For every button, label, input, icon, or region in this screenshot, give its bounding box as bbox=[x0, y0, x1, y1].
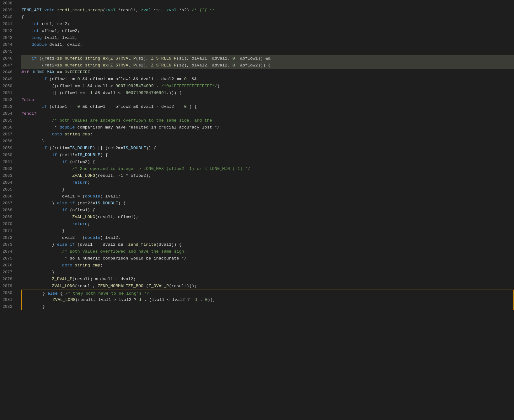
code-line: } bbox=[21, 303, 514, 310]
code-line: if (oflow1 != 0 && oflow1 == oflow2 && d… bbox=[21, 76, 514, 83]
code-line: /* both values are integers overflown to… bbox=[21, 117, 514, 124]
code-line: } bbox=[21, 186, 514, 193]
line-number: 2068 bbox=[3, 207, 12, 214]
line-number: 2074 bbox=[3, 248, 12, 255]
code-line: } else { /* they both have to be long's … bbox=[21, 290, 514, 297]
line-number: 2061 bbox=[3, 159, 12, 165]
line-number: 2082 bbox=[3, 303, 12, 310]
code-line: long lval1, lval2; bbox=[21, 34, 514, 41]
code-line bbox=[21, 48, 514, 55]
line-number: 2069 bbox=[3, 214, 12, 221]
code-line: dval1 = (double) lval1; bbox=[21, 193, 514, 200]
code-line: if ((ret1=is_numeric_string_ex(Z_STRVAL_… bbox=[21, 55, 514, 62]
line-number: 2077 bbox=[3, 269, 12, 276]
code-line: || (oflow1 == -1 && dval1 < -90071992547… bbox=[21, 90, 514, 97]
code-line: ZVAL_LONG(result, ZEND_NORMALIZE_BOOL(Z_… bbox=[21, 283, 514, 290]
line-number: 2062 bbox=[3, 165, 12, 172]
code-line bbox=[21, 0, 514, 7]
code-line: dval2 = (double) lval2; bbox=[21, 234, 514, 241]
code-line: if (ret1!=IS_DOUBLE) { bbox=[21, 152, 514, 159]
code-line: int ret1, ret2; bbox=[21, 21, 514, 28]
line-number: 2038 bbox=[3, 0, 12, 7]
code-line: return; bbox=[21, 221, 514, 228]
line-number: 2064 bbox=[3, 179, 12, 186]
line-number-gutter: 2038203920402041204220432044204520462047… bbox=[0, 0, 16, 420]
code-line: Z_DVAL_P(result) = dval1 - dval2; bbox=[21, 276, 514, 283]
line-number: 2051 bbox=[3, 90, 12, 97]
code-line: goto string_cmp; bbox=[21, 262, 514, 269]
line-number: 2050 bbox=[3, 83, 12, 90]
line-number: 2049 bbox=[3, 76, 12, 83]
line-number: 2080 bbox=[3, 290, 12, 297]
line-number: 2070 bbox=[3, 221, 12, 228]
line-number: 2057 bbox=[3, 131, 12, 138]
line-number: 2065 bbox=[3, 186, 12, 193]
code-line: #else bbox=[21, 97, 514, 103]
line-number: 2067 bbox=[3, 200, 12, 207]
code-line: #if ULONG_MAX == 0xFFFFFFFF bbox=[21, 69, 514, 76]
line-number: 2045 bbox=[3, 48, 12, 55]
code-line: { bbox=[21, 14, 514, 21]
line-number: 2059 bbox=[3, 145, 12, 152]
code-line: ((oflow1 == 1 && dval1 > 900719925474099… bbox=[21, 83, 514, 90]
line-number: 2054 bbox=[3, 110, 12, 117]
code-line: double dval1, dval2; bbox=[21, 41, 514, 48]
line-number: 2058 bbox=[3, 138, 12, 145]
line-number: 2041 bbox=[3, 21, 12, 28]
line-number: 2044 bbox=[3, 41, 12, 48]
line-number: 2053 bbox=[3, 103, 12, 110]
code-line: ZVAL_LONG(result, lval1 > lval2 ? 1 : (l… bbox=[21, 297, 514, 303]
line-number: 2078 bbox=[3, 276, 12, 283]
code-editor: 2038203920402041204220432044204520462047… bbox=[0, 0, 514, 420]
line-number: 2071 bbox=[3, 228, 12, 234]
line-number: 2066 bbox=[3, 193, 12, 200]
line-number: 2060 bbox=[3, 152, 12, 159]
line-number: 2048 bbox=[3, 69, 12, 76]
code-line: ZVAL_LONG(result, oflow1); bbox=[21, 214, 514, 221]
line-number: 2046 bbox=[3, 55, 12, 62]
line-number: 2047 bbox=[3, 62, 12, 69]
line-number: 2043 bbox=[3, 34, 12, 41]
code-line: if (oflow2) { bbox=[21, 159, 514, 165]
code-line: } bbox=[21, 228, 514, 234]
code-line: } bbox=[21, 269, 514, 276]
code-line: } else if (ret2!=IS_DOUBLE) { bbox=[21, 200, 514, 207]
code-line: /* 2nd operand is integer > LONG_MAX (of… bbox=[21, 165, 514, 172]
code-line: #endif bbox=[21, 110, 514, 117]
code-line: * double comparison may have resulted in… bbox=[21, 124, 514, 131]
line-number: 2055 bbox=[3, 117, 12, 124]
code-line: goto string_cmp; bbox=[21, 131, 514, 138]
line-number: 2056 bbox=[3, 124, 12, 131]
code-line: if (oflow1 != 0 && oflow1 == oflow2 && d… bbox=[21, 103, 514, 110]
line-number: 2073 bbox=[3, 241, 12, 248]
line-number: 2052 bbox=[3, 97, 12, 103]
code-line: if ((ret1==IS_DOUBLE) || (ret2==IS_DOUBL… bbox=[21, 145, 514, 152]
code-line: int oflow1, oflow2; bbox=[21, 28, 514, 34]
code-line: if (oflow1) { bbox=[21, 207, 514, 214]
code-line: /* Both values overflowed and have the s… bbox=[21, 248, 514, 255]
line-number: 2075 bbox=[3, 255, 12, 262]
line-number: 2042 bbox=[3, 28, 12, 34]
code-line: } else if (dval1 == dval2 && !zend_finit… bbox=[21, 241, 514, 248]
line-number: 2081 bbox=[3, 297, 12, 303]
line-number: 2063 bbox=[3, 172, 12, 179]
line-number: 2040 bbox=[3, 14, 12, 21]
line-number: 2079 bbox=[3, 283, 12, 290]
code-line: return; bbox=[21, 179, 514, 186]
code-line: * so a numeric comparison would be inacc… bbox=[21, 255, 514, 262]
code-content: ZEND_API void zendi_smart_strcmp(zval *r… bbox=[16, 0, 514, 420]
line-number: 2076 bbox=[3, 262, 12, 269]
code-line: ZVAL_LONG(result, -1 * oflow2); bbox=[21, 172, 514, 179]
line-number: 2039 bbox=[3, 7, 12, 14]
code-line: ZEND_API void zendi_smart_strcmp(zval *r… bbox=[21, 7, 514, 14]
code-line: } bbox=[21, 138, 514, 145]
code-line: (ret2=is_numeric_string_ex(Z_STRVAL_P(s2… bbox=[21, 62, 514, 69]
line-number: 2072 bbox=[3, 234, 12, 241]
